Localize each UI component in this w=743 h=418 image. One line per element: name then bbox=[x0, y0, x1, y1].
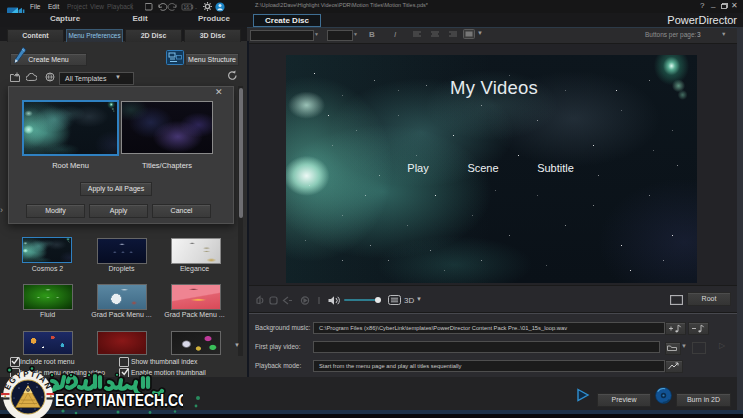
svg-text:-: - bbox=[195, 4, 197, 10]
svg-text:16:9: 16:9 bbox=[184, 4, 194, 10]
